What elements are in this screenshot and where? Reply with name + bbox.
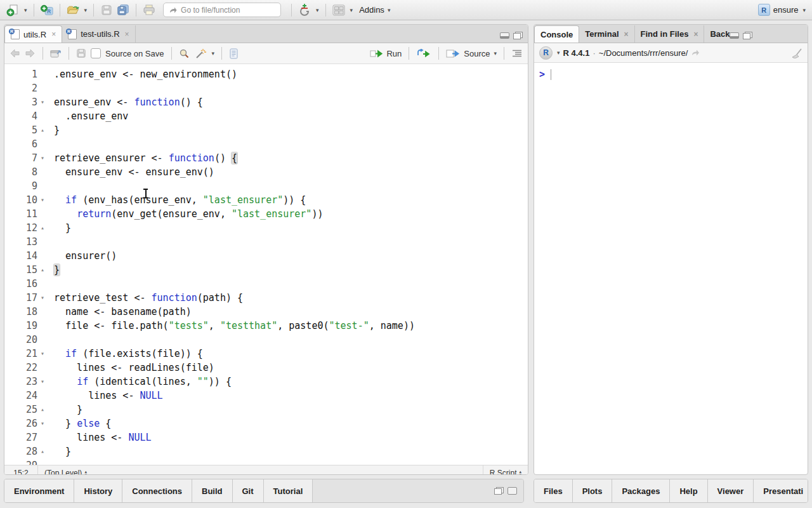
code-line[interactable]: 2 xyxy=(4,81,528,95)
vcs-caret[interactable]: ▾ xyxy=(316,7,319,13)
maximize-pane-icon[interactable] xyxy=(513,32,523,39)
code-line[interactable]: 28▴ } xyxy=(4,444,528,458)
code-line[interactable]: 15▴} xyxy=(4,263,528,277)
goto-file-input[interactable]: Go to file/function xyxy=(163,3,281,17)
tab-viewer[interactable]: Viewer xyxy=(708,479,754,502)
magic-wand-icon[interactable] xyxy=(194,48,206,59)
fold-arrow-icon[interactable]: ▾ xyxy=(37,417,48,431)
minimize-pane-icon[interactable] xyxy=(730,32,739,39)
vcs-button[interactable] xyxy=(298,4,311,17)
code-line[interactable]: 21▾ if (file.exists(file)) { xyxy=(4,347,528,361)
forward-nav-icon[interactable] xyxy=(25,49,36,58)
code-line[interactable]: 3▾ensure_env <- function() { xyxy=(4,95,528,109)
code-line[interactable]: 5▴} xyxy=(4,123,528,137)
source-on-save-checkbox[interactable] xyxy=(91,48,101,58)
close-tab-icon[interactable]: × xyxy=(51,30,56,39)
code-line[interactable]: 8 ensure_env <- ensure_env() xyxy=(4,165,528,179)
tab-utils-r[interactable]: utils.R × xyxy=(4,25,62,43)
tab-find-in-files[interactable]: Find in Files × xyxy=(635,25,705,43)
code-editor[interactable]: 1.ensure_env <- new_environment()23▾ensu… xyxy=(4,64,528,465)
tab-git[interactable]: Git xyxy=(233,479,264,502)
close-tab-icon[interactable]: × xyxy=(693,30,698,39)
back-nav-icon[interactable] xyxy=(10,49,20,58)
code-line[interactable]: 4 .ensure_env xyxy=(4,109,528,123)
code-line[interactable]: 22 lines <- readLines(file) xyxy=(4,361,528,375)
panes-layout-button[interactable] xyxy=(332,4,345,17)
tab-environment[interactable]: Environment xyxy=(4,479,74,502)
fold-arrow-icon[interactable]: ▾ xyxy=(37,193,48,207)
fold-arrow-icon[interactable]: ▾ xyxy=(37,375,48,389)
tab-plots[interactable]: Plots xyxy=(573,479,613,502)
code-line[interactable]: 10▾ if (env_has(ensure_env, "last_ensure… xyxy=(4,193,528,207)
code-line[interactable]: 13 xyxy=(4,235,528,249)
tab-packages[interactable]: Packages xyxy=(612,479,670,502)
tab-connections[interactable]: Connections xyxy=(122,479,192,502)
tab-tutorial[interactable]: Tutorial xyxy=(264,479,313,502)
rerun-icon[interactable] xyxy=(416,49,431,58)
tab-help[interactable]: Help xyxy=(670,479,707,502)
tab-history[interactable]: History xyxy=(74,479,122,502)
r-logo-icon[interactable]: R xyxy=(539,46,553,60)
code-line[interactable]: 27 lines <- NULL xyxy=(4,431,528,444)
new-file-caret[interactable]: ▾ xyxy=(24,7,27,13)
close-tab-icon[interactable]: × xyxy=(624,30,629,39)
source-button[interactable]: Source ▾ xyxy=(446,49,497,58)
save-doc-icon[interactable] xyxy=(76,48,86,58)
tab-presentation[interactable]: Presentati xyxy=(754,479,808,502)
fold-arrow-icon[interactable]: ▾ xyxy=(37,95,48,109)
search-icon[interactable] xyxy=(179,48,190,59)
maximize-pane-icon[interactable] xyxy=(508,487,517,495)
code-line[interactable]: 19 file <- file.path("tests", "testthat"… xyxy=(4,319,528,333)
tab-test-utils-r[interactable]: test-utils.R × xyxy=(62,25,135,43)
close-tab-icon[interactable]: × xyxy=(125,30,129,39)
minimize-pane-icon[interactable] xyxy=(500,32,509,39)
code-line[interactable]: 7▾retrieve_ensurer <- function() { xyxy=(4,151,528,165)
open-recent-caret[interactable]: ▾ xyxy=(84,7,88,13)
code-line[interactable]: 6 xyxy=(4,137,528,151)
addins-menu[interactable]: Addins ▾ xyxy=(359,5,390,15)
file-type-selector[interactable]: R Script ▴▾ xyxy=(483,465,528,475)
fold-arrow-icon[interactable]: ▴ xyxy=(37,123,48,137)
project-menu[interactable]: R ensure ▾ xyxy=(758,4,806,16)
code-line[interactable]: 23▾ if (identical(lines, "")) { xyxy=(4,375,528,389)
code-line[interactable]: 26▾ } else { xyxy=(4,417,528,431)
scope-selector[interactable]: (Top Level) ▴▾ xyxy=(38,469,87,476)
code-line[interactable]: 9 xyxy=(4,179,528,193)
fold-arrow-icon[interactable]: ▾ xyxy=(37,347,48,361)
maximize-pane-icon[interactable] xyxy=(743,32,752,39)
tab-build[interactable]: Build xyxy=(192,479,233,502)
fold-arrow-icon[interactable]: ▴ xyxy=(37,221,48,235)
code-line[interactable]: 24 lines <- NULL xyxy=(4,389,528,403)
code-line[interactable]: 25▴ } xyxy=(4,403,528,417)
fold-arrow-icon[interactable]: ▾ xyxy=(37,151,48,165)
fold-arrow-icon[interactable]: ▾ xyxy=(37,291,48,305)
save-all-button[interactable] xyxy=(117,4,129,17)
fold-arrow-icon[interactable]: ▴ xyxy=(37,403,48,417)
code-line[interactable]: 17▾retrieve_test <- function(path) { xyxy=(4,291,528,305)
code-line[interactable]: 14 ensurer() xyxy=(4,249,528,263)
fold-arrow-icon[interactable]: ▴ xyxy=(37,444,48,458)
compile-report-icon[interactable] xyxy=(229,48,239,59)
popout-icon[interactable] xyxy=(50,49,62,58)
code-line[interactable]: 1.ensure_env <- new_environment() xyxy=(4,67,528,81)
print-button[interactable] xyxy=(143,4,155,17)
code-line[interactable]: 20 xyxy=(4,333,528,347)
tab-background-jobs[interactable]: Back xyxy=(704,25,730,43)
document-outline-icon[interactable] xyxy=(511,49,523,58)
code-line[interactable]: 11 return(env_get(ensure_env, "last_ensu… xyxy=(4,207,528,221)
code-line[interactable]: 18 name <- basename(path) xyxy=(4,305,528,319)
tab-terminal[interactable]: Terminal × xyxy=(579,25,634,43)
r-version-caret[interactable]: ▾ xyxy=(557,50,560,56)
launch-arrow-icon[interactable] xyxy=(691,49,700,57)
fold-arrow-icon[interactable]: ▴ xyxy=(37,263,48,277)
clear-console-broom-icon[interactable] xyxy=(791,48,802,58)
new-file-button[interactable] xyxy=(6,4,19,17)
tab-console[interactable]: Console xyxy=(534,25,579,43)
save-button[interactable] xyxy=(100,4,113,17)
console-output[interactable]: > xyxy=(534,63,808,86)
restore-pane-icon[interactable] xyxy=(494,487,504,495)
code-line[interactable]: 29 xyxy=(4,458,528,465)
tab-files[interactable]: Files xyxy=(534,479,573,502)
new-project-button[interactable]: R xyxy=(41,4,53,17)
code-line[interactable]: 12▴ } xyxy=(4,221,528,235)
